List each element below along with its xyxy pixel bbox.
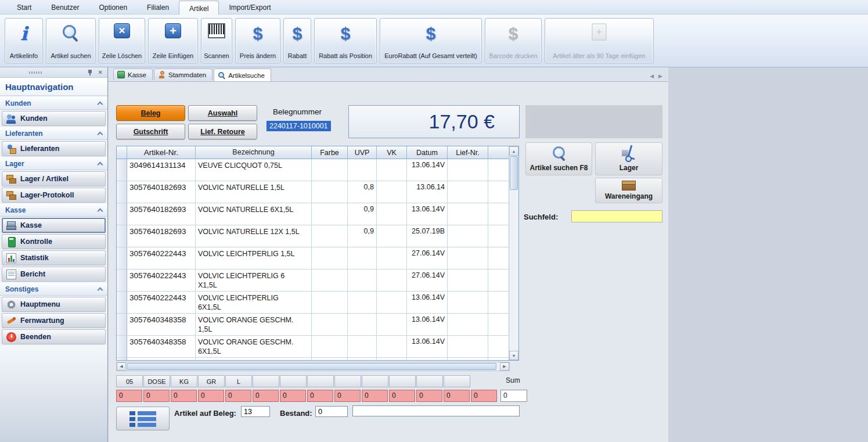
ribbon-zeile-einfugen-button[interactable]: Zeile Einfügen	[148, 18, 198, 63]
ribbon-rabatt-button[interactable]: Rabatt	[283, 18, 311, 63]
column-header-vk[interactable]: VK	[377, 146, 407, 159]
row-selector[interactable]	[117, 225, 127, 247]
row-selector[interactable]	[117, 292, 127, 314]
scroll-down-icon[interactable]: ▼	[509, 351, 518, 360]
column-header-bezeichnung[interactable]: Bezeichnung	[196, 146, 312, 159]
artikel-auf-beleg-input[interactable]	[241, 406, 270, 417]
vertical-scrollbar[interactable]: ▲ ▼	[509, 146, 518, 360]
unit-tab-empty[interactable]	[307, 375, 334, 387]
unit-tab-gr[interactable]: GR	[198, 375, 225, 387]
menu-tab-filialen[interactable]: Filialen	[137, 0, 179, 14]
table-row[interactable]: 3057640182693VOLVIC NATURELLE 12X 1,5L0,…	[117, 225, 509, 247]
sidebar-item-lieferanten[interactable]: Lieferanten	[2, 141, 106, 156]
unit-tab-empty[interactable]	[416, 375, 443, 387]
column-header-lief-nr[interactable]: Lief-Nr.	[448, 146, 488, 159]
ribbon-rabatt-als-position-button[interactable]: Rabatt als Position	[314, 18, 377, 63]
sidebar-item-kontrolle[interactable]: Kontrolle	[2, 234, 106, 249]
bestand-input[interactable]	[315, 406, 348, 417]
drag-grip-icon[interactable]	[29, 71, 42, 74]
sidebar-item-beenden[interactable]: Beenden	[2, 329, 106, 344]
sidebar-item-hauptmenu[interactable]: Hauptmenu	[2, 297, 106, 312]
tab-kasse[interactable]: Kasse	[113, 69, 153, 80]
ribbon-preis-andern-button[interactable]: Preis ändern	[235, 18, 280, 63]
sidebar-group-lieferanten[interactable]: Lieferanten	[0, 127, 107, 140]
sidebar-item-fernwartung[interactable]: Fernwartung	[2, 313, 106, 328]
sidebar-group-kunden[interactable]: Kunden	[0, 97, 107, 110]
row-selector[interactable]	[117, 314, 127, 336]
unit-tab-empty[interactable]	[334, 375, 361, 387]
row-selector[interactable]	[117, 247, 127, 269]
table-row[interactable]: 3057640222443VOLVIC LEICHTPERLIG 1,5L27.…	[117, 247, 509, 269]
table-row[interactable]: 3057640182693VOLVIC NATURELLE 6X1,5L0,91…	[117, 203, 509, 225]
unit-tab-empty[interactable]	[253, 375, 279, 387]
gutschrift-button[interactable]: Gutschrift	[116, 124, 185, 139]
vertical-scroll-thumb[interactable]	[510, 156, 518, 190]
row-selector[interactable]	[117, 358, 127, 360]
column-header-datum[interactable]: Datum	[407, 146, 448, 159]
unit-tab-kg[interactable]: KG	[171, 375, 197, 387]
ribbon-zeile-loschen-button[interactable]: Zeile Löschen	[99, 18, 145, 63]
tab-stammdaten[interactable]: Stammdaten	[154, 69, 213, 80]
sidebar-item-kunden[interactable]: Kunden	[2, 111, 106, 126]
sidebar-item-lager-protokoll[interactable]: Lager-Protokoll	[2, 188, 106, 203]
unit-tab-empty[interactable]	[280, 375, 307, 387]
unit-tab-empty[interactable]	[362, 375, 388, 387]
ribbon-artikel-suchen-button[interactable]: Artikel suchen	[46, 18, 96, 63]
menu-tab-artikel[interactable]: Artikel	[179, 1, 219, 15]
unit-tab-empty[interactable]	[444, 375, 470, 387]
pin-icon[interactable]	[87, 69, 93, 76]
sidebar-item-kasse[interactable]: Kasse	[2, 218, 106, 233]
menu-tab-optionen[interactable]: Optionen	[89, 0, 137, 14]
beleg-button[interactable]: Beleg	[116, 105, 185, 121]
horizontal-scrollbar[interactable]: ◀ ▶	[116, 362, 510, 371]
auswahl-button[interactable]: Auswahl	[188, 105, 257, 121]
row-selector[interactable]	[117, 203, 127, 225]
ribbon-eurorabatt-auf-gesamt-verteilt-button[interactable]: EuroRabatt (Auf Gesamt verteilt)	[380, 18, 482, 63]
column-header-uvp[interactable]: UVP	[348, 146, 377, 159]
unit-tab-dose[interactable]: DOSE	[143, 375, 170, 387]
tab-scroll-right-icon[interactable]: ▶	[658, 73, 662, 79]
ribbon-artikelinfo-button[interactable]: Artikelinfo	[5, 18, 43, 63]
horizontal-scroll-thumb[interactable]	[127, 363, 496, 370]
scroll-right-icon[interactable]: ▶	[500, 362, 509, 371]
scroll-left-icon[interactable]: ◀	[117, 362, 126, 371]
lager-button[interactable]: Lager	[595, 142, 662, 175]
column-header-farbe[interactable]: Farbe	[312, 146, 348, 159]
sidebar-item-statistik[interactable]: Statistik	[2, 250, 106, 265]
row-selector[interactable]	[117, 159, 127, 181]
tab-artikelsuche[interactable]: Artikelsuche	[214, 69, 271, 81]
row-selector[interactable]	[117, 336, 127, 358]
belegnummer-value[interactable]: 2240117-1010001	[266, 121, 331, 131]
sidebar-group-sonstiges[interactable]: Sonstiges	[0, 283, 107, 296]
positions-list-button[interactable]	[116, 407, 170, 430]
row-selector[interactable]	[117, 269, 127, 292]
sidebar-group-kasse[interactable]: Kasse	[0, 204, 107, 217]
unit-tab-empty[interactable]	[389, 375, 416, 387]
menu-tab-start[interactable]: Start	[7, 0, 41, 14]
artikel-suchen-f8-button[interactable]: Artikel suchen F8	[525, 142, 592, 175]
unit-tab-l[interactable]: L	[225, 375, 252, 387]
table-row[interactable]: 3057640348358VOLVIC ORANGE GESCHM.13.06.…	[117, 358, 509, 360]
table-row[interactable]: 3049614131134VEUVE CLICQUOT 0,75L13.06.1…	[117, 159, 509, 181]
row-selector[interactable]	[117, 181, 127, 203]
lief-retoure-button[interactable]: Lief. Retoure	[188, 124, 257, 139]
sidebar-group-lager[interactable]: Lager	[0, 157, 107, 170]
unit-tab-05[interactable]: 05	[116, 375, 143, 387]
close-icon[interactable]: ✕	[98, 69, 103, 76]
table-row[interactable]: 3057640222443VOLVIC LEICHTPERLIG 6X1,5L1…	[117, 292, 509, 314]
info-input[interactable]	[352, 405, 520, 416]
scroll-up-icon[interactable]: ▲	[509, 146, 518, 156]
column-header-artikel-nr[interactable]: Artikel-Nr.	[127, 146, 196, 159]
suchfeld-input[interactable]	[571, 210, 662, 222]
table-row[interactable]: 3057640348358VOLVIC ORANGE GESCHM. 1,5L1…	[117, 314, 509, 336]
table-row[interactable]: 3057640222443VOLVIC LEICHTPERLIG 6 X1,5L…	[117, 269, 509, 292]
table-row[interactable]: 3057640182693VOLVIC NATURELLE 1,5L0,813.…	[117, 181, 509, 203]
tab-scroll-left-icon[interactable]: ◀	[650, 73, 654, 79]
table-row[interactable]: 3057640348358VOLVIC ORANGE GESCHM. 6X1,5…	[117, 336, 509, 358]
sidebar-item-bericht[interactable]: Bericht	[2, 267, 106, 282]
ribbon-scannen-button[interactable]: Scannen	[201, 18, 232, 63]
wareneingang-button[interactable]: Wareneingang	[595, 178, 662, 203]
row-selector-header[interactable]	[117, 146, 127, 159]
menu-tab-benutzer[interactable]: Benutzer	[41, 0, 89, 14]
sidebar-item-lager-artikel[interactable]: Lager / Artikel	[2, 171, 106, 186]
